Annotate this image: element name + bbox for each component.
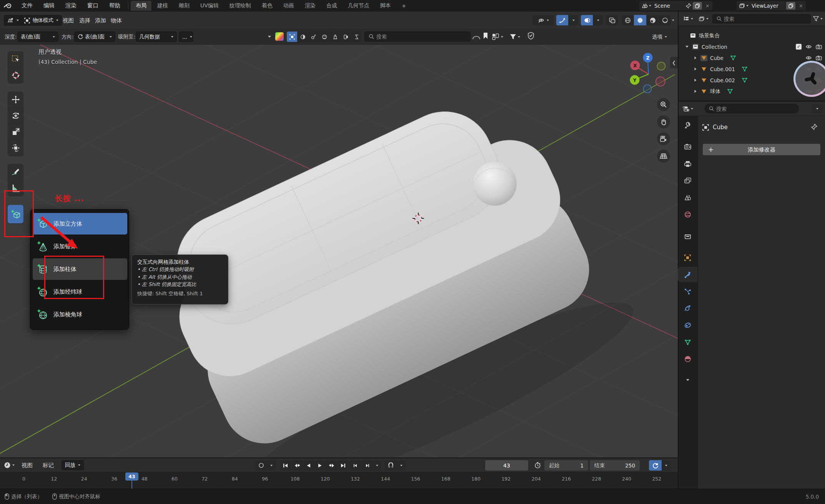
tab-modeling[interactable]: 建模 [152, 1, 173, 11]
menu-window[interactable]: 窗口 [82, 2, 104, 9]
tab-rendering[interactable]: 渲染 [300, 1, 321, 11]
step-forward-button[interactable] [361, 460, 373, 471]
sphere-object-mesh[interactable] [473, 162, 517, 206]
unlink-scene-icon[interactable]: ✕ [704, 3, 712, 9]
tab-collection[interactable] [678, 228, 697, 244]
menu-object[interactable]: 物体 [111, 17, 122, 24]
properties-editor-selector[interactable] [682, 106, 694, 112]
menu-select[interactable]: 选择 [79, 17, 90, 24]
magnet-icon[interactable] [384, 460, 397, 471]
tab-material[interactable] [678, 351, 697, 367]
menu-item-add-ico-sphere[interactable]: 添加棱角球 [33, 304, 127, 325]
outliner-row-collection[interactable]: Collection ✓ [679, 41, 825, 52]
snap-playhead-dropdown[interactable] [397, 460, 406, 471]
tab-shading[interactable]: 着色 [257, 1, 278, 11]
tab-geometry-nodes[interactable]: 几何节点 [343, 1, 374, 11]
tool-cursor[interactable] [8, 67, 23, 83]
options-dropdown[interactable]: 选项 [649, 32, 670, 42]
shading-material-button[interactable] [647, 15, 659, 25]
shading-solid-button[interactable] [634, 15, 646, 25]
tool-select-box[interactable] [8, 51, 23, 67]
sidebar-collapse-tab[interactable]: ❮ [670, 57, 678, 68]
tab-physics[interactable] [678, 301, 697, 316]
sync-dropdown[interactable] [662, 460, 670, 471]
shield-check-icon[interactable] [527, 32, 534, 40]
play-reverse-button[interactable] [303, 460, 314, 471]
curve-falloff-icon[interactable] [472, 34, 481, 40]
tab-scripting[interactable]: 脚本 [375, 1, 396, 11]
toolbar-search[interactable] [364, 32, 471, 42]
asset-shelf-dropdown[interactable] [492, 32, 503, 42]
filter-dropdown[interactable] [510, 32, 520, 42]
collapse-chevron-icon[interactable] [268, 36, 271, 38]
shading-rendered-button[interactable] [659, 15, 671, 25]
menu-add[interactable]: 添加 [95, 17, 106, 24]
editor-type-selector[interactable] [4, 15, 22, 26]
menu-edit[interactable]: 编辑 [38, 2, 60, 9]
timeline-playback-dropdown[interactable]: 回放 [62, 460, 84, 470]
timeline-ruler[interactable]: 0122436486072849610812013214415616818019… [0, 472, 678, 489]
camera-restrict-icon[interactable] [816, 55, 822, 60]
outliner-filter-icon[interactable] [813, 16, 823, 22]
tab-layout[interactable]: 布局 [131, 1, 151, 11]
tab-view-layer[interactable] [678, 173, 697, 188]
menu-view[interactable]: 视图 [63, 17, 74, 24]
properties-search[interactable] [705, 104, 799, 113]
viewlayer-datablock-icon[interactable] [737, 3, 750, 8]
camera-view-button[interactable] [657, 132, 670, 145]
tab-animation[interactable]: 动画 [278, 1, 299, 11]
breadcrumb-object-name[interactable]: Cube [713, 124, 728, 131]
snap-target-select[interactable]: 几何数据 [136, 32, 177, 42]
pan-button[interactable] [657, 115, 670, 128]
snap-face-toggle[interactable] [319, 32, 329, 42]
scene-datablock-icon[interactable] [640, 3, 653, 8]
frame-start-field[interactable]: 起始 1 [544, 460, 588, 471]
eye-icon[interactable] [805, 44, 812, 49]
overlays-dropdown[interactable] [593, 15, 603, 25]
tool-scale[interactable] [8, 124, 23, 140]
frame-end-field[interactable]: 结束 250 [590, 460, 640, 471]
shading-dropdown[interactable] [670, 15, 677, 25]
new-scene-button[interactable] [693, 2, 702, 10]
snap-perpendicular-toggle[interactable] [351, 32, 362, 42]
tab-output[interactable] [678, 156, 697, 171]
orient-select[interactable]: 表(曲)面 [74, 32, 115, 42]
xray-toggle[interactable] [606, 15, 618, 25]
zoom-button[interactable] [657, 98, 670, 111]
tab-world[interactable] [678, 207, 697, 222]
visibility-dropdown[interactable] [532, 15, 554, 25]
prev-keyframe-button[interactable] [291, 460, 303, 471]
tab-scene[interactable] [678, 190, 697, 205]
tool-transform[interactable] [8, 140, 23, 156]
step-dropdown[interactable] [373, 460, 381, 471]
tab-particles[interactable] [678, 284, 697, 299]
properties-search-input[interactable] [716, 106, 795, 112]
tool-rotate[interactable] [8, 108, 23, 123]
scene-name[interactable]: Scene [654, 3, 684, 9]
jump-to-end-button[interactable] [338, 460, 349, 471]
expand-chevron-icon[interactable] [695, 90, 697, 93]
menu-help[interactable]: 帮助 [104, 2, 126, 9]
tab-compositing[interactable]: 合成 [321, 1, 342, 11]
tab-uv-editing[interactable]: UV编辑 [195, 1, 224, 11]
outliner-search-input[interactable] [724, 16, 807, 22]
new-viewlayer-button[interactable] [786, 2, 795, 10]
expand-chevron-icon[interactable] [695, 68, 697, 71]
show-gizmo-toggle[interactable] [556, 15, 568, 25]
blender-logo-icon[interactable] [4, 3, 12, 9]
menu-render[interactable]: 渲染 [60, 2, 82, 9]
shading-wireframe-button[interactable] [622, 15, 634, 25]
properties-options-dropdown[interactable] [812, 104, 823, 113]
outliner-display-mode[interactable] [697, 16, 710, 22]
timeline-menu-marker[interactable]: 标记 [40, 462, 57, 469]
outliner-row-object[interactable]: Cube [679, 52, 825, 63]
tool-move[interactable] [8, 91, 23, 107]
sync-button[interactable] [649, 460, 662, 471]
camera-restrict-icon[interactable] [816, 44, 822, 49]
snap-edge-toggle[interactable] [308, 32, 319, 42]
play-button[interactable] [314, 460, 326, 471]
pin-icon[interactable] [686, 3, 691, 8]
next-keyframe-button[interactable] [326, 460, 337, 471]
falloff-gradient-icon[interactable] [275, 32, 284, 41]
tab-sculpting[interactable]: 雕刻 [174, 1, 195, 11]
